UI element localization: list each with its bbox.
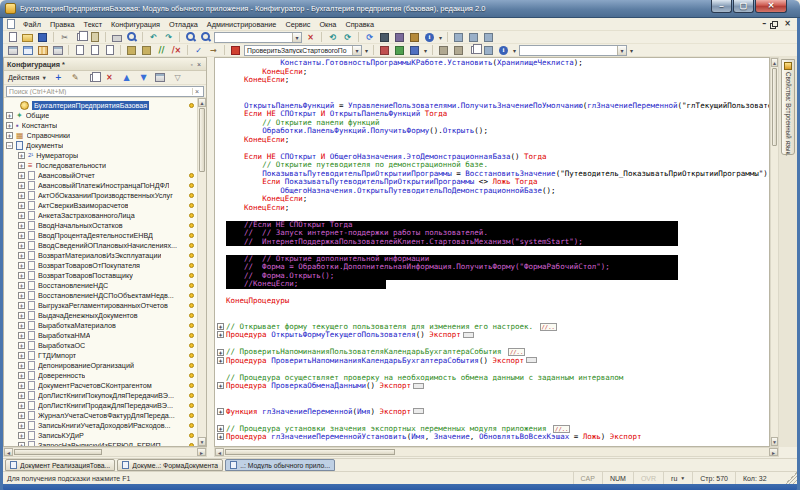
- properties-panel-tab[interactable]: Свойства: Встроенный язык.: [781, 59, 795, 155]
- code-line[interactable]: //КонецЕсли;: [217, 280, 769, 289]
- code-line[interactable]: [217, 289, 769, 298]
- undo-button[interactable]: ↶: [147, 31, 160, 43]
- tree-item[interactable]: +Нумераторы: [4, 150, 197, 160]
- code-line[interactable]: +Процедура ОткрытьФормуТекущегоПользоват…: [217, 331, 769, 340]
- tree-item[interactable]: +ВыработкаМатериалов: [4, 320, 197, 330]
- expand-icon[interactable]: +: [18, 382, 25, 389]
- procedure-marker-icon[interactable]: [229, 44, 242, 56]
- prev-bookmark-button[interactable]: [73, 44, 86, 56]
- tree-item[interactable]: +ВозвратТоваровПоставщику: [4, 270, 197, 280]
- edit-button[interactable]: ✎: [69, 72, 82, 84]
- scroll-left-icon[interactable]: ◄: [215, 448, 224, 456]
- code-line[interactable]: // Открытие путеводителя по демонстрацио…: [217, 161, 769, 170]
- tree-item[interactable]: +Общие: [4, 110, 197, 120]
- scroll-down-icon[interactable]: ▼: [198, 437, 206, 446]
- expand-icon[interactable]: +: [18, 162, 25, 169]
- expand-icon[interactable]: +: [18, 232, 25, 239]
- code-line[interactable]: [217, 212, 769, 221]
- expand-icon[interactable]: +: [18, 402, 25, 409]
- tree-item[interactable]: −Документы: [4, 140, 197, 150]
- code-line[interactable]: //Если НЕ СПОткрыт Тогда: [217, 221, 769, 230]
- find-next-button[interactable]: [199, 31, 212, 43]
- redo-button[interactable]: ↷: [162, 31, 175, 43]
- tree-item[interactable]: +ВыработкаНМА: [4, 330, 197, 340]
- child-window-icon[interactable]: [7, 19, 15, 29]
- scroll-down-icon[interactable]: ▼: [771, 437, 778, 446]
- tree-scrollbar[interactable]: ▲ ▼: [197, 98, 206, 446]
- fold-expand-icon[interactable]: +: [217, 357, 224, 364]
- tree-item[interactable]: +Справочники: [4, 130, 197, 140]
- fold-expand-icon[interactable]: +: [217, 408, 224, 415]
- code-line[interactable]: // ИнтернетПоддержкаПользователейКлиент.…: [217, 238, 769, 247]
- scroll-thumb[interactable]: [225, 449, 395, 455]
- actions-menu-button[interactable]: Действия ▼: [6, 73, 49, 82]
- context-combo[interactable]: ▾: [519, 45, 627, 56]
- code-line[interactable]: Обработки.ПанельФункций.ПолучитьФорму().…: [217, 127, 769, 136]
- tree-item[interactable]: +ВыработкаОС: [4, 340, 197, 350]
- expand-icon[interactable]: +: [18, 412, 25, 419]
- panel-splitter[interactable]: [207, 57, 214, 447]
- uncomment-button[interactable]: /×: [170, 44, 183, 56]
- comment-button[interactable]: //: [155, 44, 168, 56]
- code-editor[interactable]: Константы.ГотовностьПрограммыКРаботе.Уст…: [214, 57, 770, 447]
- window-tab[interactable]: Докуме..: ФормаДокумента: [117, 459, 223, 471]
- title-bar[interactable]: БухгалтерияПредприятияБазовая: Модуль об…: [0, 0, 800, 18]
- tree-item[interactable]: +АвансовыйОтчет: [4, 170, 197, 180]
- code-line[interactable]: КонецЕсли;: [217, 204, 769, 213]
- scroll-up-icon[interactable]: ▲: [771, 58, 778, 67]
- collapsed-region-box[interactable]: [526, 357, 537, 363]
- expand-icon[interactable]: +: [18, 242, 25, 249]
- more-dropdown[interactable]: ▾: [512, 47, 517, 54]
- toggle-bookmark-button[interactable]: [103, 44, 116, 56]
- language-selector[interactable]: ru▼: [663, 472, 692, 484]
- expand-icon[interactable]: +: [18, 252, 25, 259]
- help-dropdown[interactable]: ▾: [438, 34, 443, 41]
- search-combo[interactable]: ▾: [214, 32, 302, 43]
- expand-icon[interactable]: +: [18, 262, 25, 269]
- fold-expand-icon[interactable]: +: [217, 323, 224, 330]
- tree-item[interactable]: +ВыдачаДенежныхДокументов: [4, 310, 197, 320]
- expand-icon[interactable]: +: [18, 342, 25, 349]
- tree-item[interactable]: +ДепонированиеОрганизаций: [4, 360, 197, 370]
- expand-icon[interactable]: +: [18, 322, 25, 329]
- start-debugging-button[interactable]: [393, 31, 406, 43]
- expand-icon[interactable]: +: [18, 272, 25, 279]
- code-line[interactable]: // Форма = Обработки.ДополнительнаяИнфор…: [217, 263, 769, 272]
- panel-close-icon[interactable]: ×: [195, 61, 203, 68]
- configuration-window-button[interactable]: [6, 44, 19, 56]
- menu-Файл[interactable]: Файл: [23, 20, 41, 29]
- collapsed-region-box[interactable]: [463, 332, 474, 338]
- fold-expand-icon[interactable]: +: [217, 425, 224, 432]
- resize-grip[interactable]: [785, 472, 797, 484]
- goto-definition-button[interactable]: →: [207, 44, 220, 56]
- expand-icon[interactable]: +: [18, 312, 25, 319]
- tree-item[interactable]: +ВосстановлениеНДС: [4, 280, 197, 290]
- code-line[interactable]: // Форма.Открыть();: [217, 272, 769, 281]
- code-line[interactable]: Константы.ГотовностьПрограммыКРаботе.Уст…: [217, 59, 769, 68]
- window-split-button[interactable]: [482, 44, 495, 56]
- expand-icon[interactable]: +: [18, 362, 25, 369]
- add-button[interactable]: +: [52, 72, 65, 84]
- code-line[interactable]: [217, 306, 769, 315]
- menu-Правка[interactable]: Правка: [50, 20, 75, 29]
- expand-icon[interactable]: +: [18, 392, 25, 399]
- collapsed-region-box[interactable]: [413, 408, 424, 414]
- chevron-down-icon[interactable]: ▾: [617, 46, 626, 55]
- tree-item[interactable]: +ДокументРасчетовСКонтрагентом: [4, 380, 197, 390]
- new-document-button[interactable]: [6, 31, 19, 43]
- code-line[interactable]: +Процедура ПроверкаОбменаДанными() Экспо…: [217, 382, 769, 391]
- collapse-icon[interactable]: −: [6, 142, 13, 149]
- template-button-1[interactable]: [452, 31, 465, 43]
- fold-expand-icon[interactable]: +: [217, 331, 224, 338]
- code-line[interactable]: [217, 416, 769, 425]
- bookmark-blue-button[interactable]: [408, 44, 421, 56]
- bookmark-red-button[interactable]: [378, 44, 391, 56]
- update-db-config-button[interactable]: [378, 31, 391, 43]
- code-line[interactable]: КонецЕсли;: [217, 68, 769, 77]
- sort-button[interactable]: [154, 72, 167, 84]
- editor-scroll-thumb[interactable]: [772, 68, 777, 146]
- scroll-up-icon[interactable]: ▲: [198, 98, 206, 107]
- tree-item[interactable]: +ДопЛистКнигиПокупокДляПередачиВЭ...: [4, 390, 197, 400]
- tree-item[interactable]: +ВводСведенийОПлановыхНачислениях...: [4, 240, 197, 250]
- chevron-down-icon[interactable]: ▾: [352, 46, 361, 55]
